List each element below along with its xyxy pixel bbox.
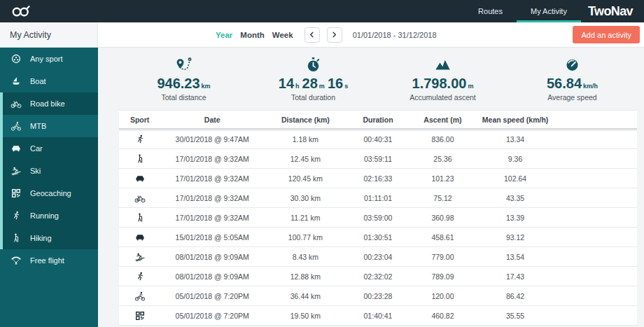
activity-sport-icon bbox=[134, 251, 146, 263]
activity-ascent-cell: 458.61 bbox=[409, 228, 476, 247]
sidebar-sport-item[interactable]: Boat bbox=[0, 70, 98, 92]
activity-ascent-cell: 460.82 bbox=[409, 306, 476, 326]
activity-duration-cell: 00:23:04 bbox=[347, 247, 410, 267]
activity-sport-icon bbox=[134, 212, 146, 223]
activities-table-body: 30/01/2018 @ 9:47AM 1.18 km 00:40:31 836… bbox=[119, 130, 637, 326]
activity-row[interactable]: 17/01/2018 @ 9:32AM 11.21 km 03:59:00 36… bbox=[119, 208, 637, 228]
activity-sport-icon bbox=[134, 232, 146, 243]
activity-duration-cell: 03:59:00 bbox=[347, 208, 410, 228]
sidebar-sport-label: Running bbox=[30, 211, 59, 220]
sidebar-sport-item[interactable]: Free flight bbox=[0, 249, 98, 272]
total-distance-label: Total distance bbox=[119, 93, 248, 102]
sidebar-sport-label: Road bike bbox=[30, 99, 65, 108]
previous-period-button[interactable] bbox=[304, 27, 320, 43]
activity-sport-cell bbox=[119, 188, 160, 208]
activity-filler-cell bbox=[554, 306, 637, 326]
activity-ascent-cell: 101.23 bbox=[409, 169, 476, 188]
sidebar-sport-item[interactable]: Road bike bbox=[0, 92, 98, 115]
header-sport: Sport bbox=[119, 111, 160, 130]
activity-speed-cell: 9.36 bbox=[477, 149, 554, 169]
period-tab[interactable]: Week bbox=[272, 31, 293, 39]
activity-row[interactable]: 05/01/2018 @ 7:20PM 19.50 km 01:40:41 46… bbox=[119, 306, 637, 326]
activity-filler-cell bbox=[554, 208, 637, 228]
topnav-item[interactable]: My Activity bbox=[517, 0, 581, 22]
activity-row[interactable]: 08/01/2018 @ 9:09AM 8.43 km 00:23:04 779… bbox=[119, 247, 637, 267]
activity-speed-cell: 13.39 bbox=[477, 208, 554, 228]
activity-ascent-cell: 25.36 bbox=[409, 149, 476, 169]
activity-sport-icon bbox=[134, 173, 146, 184]
activity-sport-icon bbox=[134, 153, 146, 165]
sport-filter-sidebar: Any sport Boat Road bike MTB bbox=[0, 48, 98, 327]
header-duration: Duration bbox=[347, 111, 410, 130]
summary-stats: 946.23km Total distance 14h28m16s Total … bbox=[119, 56, 637, 102]
activity-row[interactable]: 15/01/2018 @ 5:05AM 100.77 km 01:30:51 4… bbox=[119, 228, 637, 247]
activity-row[interactable]: 17/01/2018 @ 9:32AM 120.45 km 02:16:33 1… bbox=[119, 169, 637, 188]
sidebar-sport-item[interactable]: Geocaching bbox=[0, 182, 98, 204]
header-ascent: Ascent (m) bbox=[409, 111, 476, 130]
activity-row[interactable]: 17/01/2018 @ 9:32AM 12.45 km 03:59:11 25… bbox=[119, 149, 637, 169]
activity-row[interactable]: 05/01/2018 @ 7:20PM 36.44 km 00:23:28 12… bbox=[119, 286, 637, 306]
sidebar-sport-item[interactable]: Any sport bbox=[0, 48, 98, 70]
activity-speed-cell: 102.64 bbox=[477, 169, 554, 188]
mountains-icon bbox=[434, 56, 451, 74]
activity-duration-cell: 01:40:41 bbox=[347, 306, 410, 326]
sidebar-sport-item[interactable]: Hiking bbox=[0, 227, 98, 249]
activity-filler-cell bbox=[554, 247, 637, 267]
activity-duration-cell: 03:59:11 bbox=[347, 149, 410, 169]
total-distance-value: 946.23km bbox=[119, 76, 248, 91]
activity-date-cell: 17/01/2018 @ 9:32AM bbox=[160, 208, 264, 228]
period-tab-label: Year bbox=[216, 31, 232, 39]
activity-filler-cell bbox=[554, 149, 637, 169]
activity-date-cell: 05/01/2018 @ 7:20PM bbox=[160, 306, 264, 326]
activity-ascent-cell: 789.09 bbox=[409, 267, 476, 286]
activity-sport-icon bbox=[134, 134, 146, 145]
stat-total-distance: 946.23km Total distance bbox=[119, 56, 248, 102]
sidebar-sport-item[interactable]: Running bbox=[0, 204, 98, 227]
next-period-button[interactable] bbox=[327, 27, 342, 43]
sport-icon bbox=[10, 53, 22, 64]
activity-ascent-cell: 779.00 bbox=[409, 247, 476, 267]
sport-icon bbox=[10, 98, 22, 109]
add-activity-button[interactable]: Add an activity bbox=[573, 26, 640, 43]
activity-distance-cell: 12.88 km bbox=[264, 267, 346, 286]
activity-row[interactable]: 08/01/2018 @ 9:09AM 12.88 km 02:32:02 78… bbox=[119, 267, 637, 286]
stat-average-speed: 56.84km/h Average speed bbox=[507, 56, 637, 102]
activity-date-cell: 08/01/2018 @ 9:09AM bbox=[160, 247, 264, 267]
activity-distance-cell: 11.21 km bbox=[264, 208, 346, 228]
gauge-icon bbox=[564, 56, 581, 74]
page-title: My Activity bbox=[0, 22, 98, 47]
sidebar-sport-item[interactable]: Ski bbox=[0, 160, 98, 182]
activity-distance-cell: 12.45 km bbox=[264, 149, 346, 169]
activity-distance-cell: 1.18 km bbox=[264, 130, 346, 149]
period-tab-label: Week bbox=[272, 31, 293, 39]
sport-icon bbox=[10, 120, 22, 132]
sport-icon bbox=[10, 143, 22, 154]
period-selector: Year Month Week bbox=[216, 27, 437, 43]
topnav-item-label: My Activity bbox=[531, 7, 567, 15]
main-content: 946.23km Total distance 14h28m16s Total … bbox=[98, 48, 644, 327]
activity-duration-cell: 02:16:33 bbox=[347, 169, 410, 188]
period-tab[interactable]: Month bbox=[240, 31, 264, 39]
activity-filler-cell bbox=[554, 169, 637, 188]
go-logo-icon[interactable] bbox=[10, 4, 34, 19]
accumulated-ascent-value: 1.798.00m bbox=[378, 76, 507, 91]
activity-filler-cell bbox=[554, 228, 637, 247]
activity-date-cell: 17/01/2018 @ 9:32AM bbox=[160, 149, 264, 169]
header-filler bbox=[554, 111, 637, 130]
stat-accumulated-ascent: 1.798.00m Accumulated ascent bbox=[378, 56, 507, 102]
period-tab[interactable]: Year bbox=[216, 31, 232, 39]
activity-ascent-cell: 75.12 bbox=[409, 188, 476, 208]
toolbar-main: Year Month Week bbox=[98, 22, 644, 47]
activity-row[interactable]: 30/01/2018 @ 9:47AM 1.18 km 00:40:31 836… bbox=[119, 130, 637, 149]
topnav-item[interactable]: Routes bbox=[464, 0, 517, 22]
sidebar-sport-item[interactable]: Car bbox=[0, 137, 98, 160]
sidebar-sport-item[interactable]: MTB bbox=[0, 115, 98, 137]
activity-sport-cell bbox=[119, 247, 160, 267]
activity-row[interactable]: 17/01/2018 @ 9:32AM 30.30 km 01:11:01 75… bbox=[119, 188, 637, 208]
activities-table-header: Sport Date Distance (km) Duration Ascent… bbox=[119, 111, 637, 130]
top-navigation: Routes My Activity bbox=[464, 0, 581, 22]
header-mean-speed: Mean speed (km/h) bbox=[477, 111, 554, 130]
activity-sport-cell bbox=[119, 306, 160, 326]
activity-distance-cell: 36.44 km bbox=[264, 286, 346, 306]
stat-total-duration: 14h28m16s Total duration bbox=[248, 56, 378, 102]
